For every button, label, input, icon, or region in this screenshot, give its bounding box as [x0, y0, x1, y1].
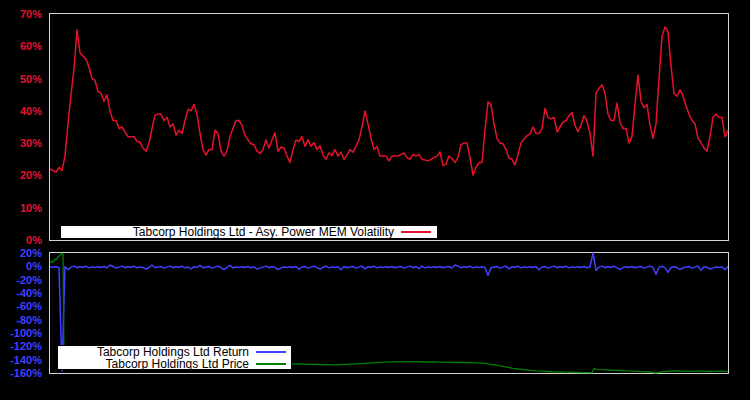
y-tick-label: 30%: [0, 137, 42, 149]
volatility-line-sample: [401, 231, 431, 233]
y-tick-label: 20%: [0, 169, 42, 181]
y-tick-label: 20%: [0, 247, 42, 259]
y-tick-label: 10%: [0, 202, 42, 214]
series-line-tabcorp-holdings-ltd-asy-power-mem-volatility: [50, 27, 728, 175]
legend-label-return: Tabcorp Holdings Ltd Return: [97, 346, 249, 358]
return-line-sample: [256, 351, 286, 353]
legend-row-return: Tabcorp Holdings Ltd Return: [58, 346, 286, 358]
legend-row-price: Tabcorp Holdings Ltd Price: [58, 358, 286, 370]
y-tick-label: 70%: [0, 8, 42, 20]
y-tick-label: 0%: [0, 234, 42, 246]
legend-return-price: Tabcorp Holdings Ltd Return Tabcorp Hold…: [57, 345, 292, 370]
legend-volatility: Tabcorp Holdings Ltd - Asy. Power MEM Vo…: [60, 225, 438, 239]
price-line-sample: [256, 363, 286, 365]
y-tick-label: -20%: [0, 274, 42, 286]
y-tick-label: -100%: [0, 327, 42, 339]
y-tick-label: 60%: [0, 40, 42, 52]
chart-canvas: 70% 60% 50% 40% 30% 20% 10% 0% 20% 0% -2…: [0, 0, 750, 400]
y-tick-label: -80%: [0, 314, 42, 326]
y-tick-label: 50%: [0, 73, 42, 85]
volatility-plot-frame: [50, 14, 729, 241]
y-tick-label: -120%: [0, 340, 42, 352]
y-tick-label: 40%: [0, 105, 42, 117]
legend-label-price: Tabcorp Holdings Ltd Price: [106, 358, 249, 370]
plots-svg: [0, 0, 750, 400]
y-tick-label: -140%: [0, 354, 42, 366]
y-tick-label: -40%: [0, 287, 42, 299]
volatility-series-group: [50, 27, 728, 175]
y-tick-label: -60%: [0, 300, 42, 312]
y-tick-label: 0%: [0, 260, 42, 272]
legend-label-volatility: Tabcorp Holdings Ltd - Asy. Power MEM Vo…: [133, 225, 394, 239]
y-tick-label: -160%: [0, 367, 42, 379]
